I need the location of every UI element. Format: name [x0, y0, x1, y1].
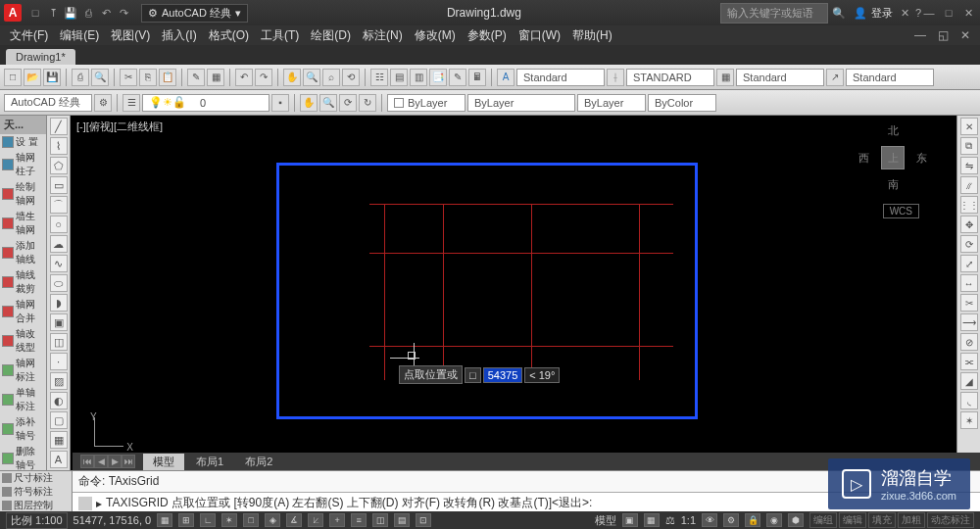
palette-item[interactable]: 添加轴线	[0, 238, 46, 267]
block-button[interactable]: ▦	[207, 69, 224, 86]
layout-tab-1[interactable]: 布局1	[186, 454, 233, 470]
zoomprev-button[interactable]: ⟲	[342, 69, 360, 86]
save-button[interactable]: 💾	[43, 69, 61, 86]
paste-button[interactable]: 📋	[159, 69, 176, 86]
region-tool[interactable]: ▢	[50, 411, 68, 429]
menu-format[interactable]: 格式(O)	[205, 27, 253, 44]
break-tool[interactable]: ⊘	[960, 333, 978, 351]
grid-toggle[interactable]: ⊞	[178, 513, 194, 527]
tablestyle-icon[interactable]: ▦	[716, 69, 734, 86]
layout-tab-model[interactable]: 模型	[143, 454, 184, 470]
move-tool[interactable]: ✥	[960, 216, 978, 233]
new-icon[interactable]: □	[27, 5, 43, 21]
layerprop-button[interactable]: ☰	[122, 94, 140, 112]
layeriso-button[interactable]: ▪	[271, 94, 289, 112]
minimize-icon[interactable]: —	[921, 7, 937, 20]
ssm-button[interactable]: 📑	[429, 69, 447, 86]
tab-last-icon[interactable]: ⏭	[122, 455, 135, 468]
exchange-icon[interactable]: ✕	[901, 7, 909, 20]
pan-button[interactable]: ✋	[283, 69, 301, 86]
open-button[interactable]: 📂	[24, 69, 41, 86]
orbit-button[interactable]: ⟳	[339, 94, 357, 112]
cut-button[interactable]: ✂	[120, 69, 137, 86]
viewcube-east[interactable]: 东	[916, 151, 927, 166]
pline-tool[interactable]: ⌇	[50, 137, 68, 155]
array-tool[interactable]: ⋮⋮	[960, 196, 978, 214]
extend-tool[interactable]: ⟶	[960, 313, 978, 331]
otrack-toggle[interactable]: ∡	[286, 513, 302, 527]
undo-button[interactable]: ↶	[235, 69, 253, 86]
block-tool[interactable]: ◫	[50, 333, 68, 351]
tab-next-icon[interactable]: ▶	[108, 455, 122, 468]
close-icon[interactable]: ✕	[960, 7, 976, 20]
workspace-select[interactable]: AutoCAD 经典	[4, 94, 92, 112]
ducs-toggle[interactable]: ⟀	[308, 513, 323, 527]
new-button[interactable]: □	[4, 69, 22, 86]
revcloud-tool[interactable]: ☁	[50, 235, 68, 253]
menu-insert[interactable]: 插入(I)	[158, 27, 200, 44]
copy-tool[interactable]: ⧉	[960, 137, 978, 155]
layer-select[interactable]: 💡 ☀ 🔓 0	[142, 94, 270, 112]
wcs-badge[interactable]: WCS	[883, 204, 919, 218]
snap-toggle[interactable]: ▦	[157, 513, 172, 527]
plotstyle-select[interactable]: ByColor	[648, 94, 716, 112]
scale-label[interactable]: 比例 1:100	[6, 512, 68, 529]
menu-view[interactable]: 视图(V)	[107, 27, 154, 44]
search-input[interactable]: 输入关键字或短语	[720, 3, 828, 24]
qp-toggle[interactable]: ▤	[394, 513, 410, 527]
rect-tool[interactable]: ▭	[50, 176, 68, 194]
menu-draw[interactable]: 绘图(D)	[307, 27, 355, 44]
status-label[interactable]: 动态标注	[927, 512, 974, 528]
iso-toggle[interactable]: ⬢	[788, 513, 804, 527]
status-label[interactable]: 编辑	[839, 512, 866, 528]
menu-window[interactable]: 窗口(W)	[514, 27, 564, 44]
palette-item[interactable]: 删除轴号	[0, 444, 46, 470]
pan2-button[interactable]: ✋	[300, 94, 318, 112]
3dosnap-toggle[interactable]: ◈	[265, 513, 280, 527]
menu-tools[interactable]: 工具(T)	[257, 27, 303, 44]
zoom2-button[interactable]: 🔍	[319, 94, 337, 112]
circle-tool[interactable]: ○	[50, 216, 68, 233]
chamfer-tool[interactable]: ◢	[960, 372, 978, 390]
plot-button[interactable]: ⎙	[72, 69, 89, 86]
ellipse-tool[interactable]: ⬭	[50, 274, 68, 292]
status-label[interactable]: 填充	[868, 512, 896, 528]
workspace-selector[interactable]: ⚙ AutoCAD 经典 ▾	[141, 4, 248, 23]
file-tab[interactable]: Drawing1*	[6, 49, 75, 65]
doc-restore-icon[interactable]: ◱	[934, 28, 953, 42]
maximize-icon[interactable]: □	[941, 7, 956, 20]
insert-tool[interactable]: ▣	[50, 313, 68, 331]
zoom-button[interactable]: 🔍	[303, 69, 320, 86]
viewcube-top[interactable]: 上	[881, 146, 905, 169]
mleaderstyle-icon[interactable]: ↗	[826, 69, 844, 86]
rotate-tool[interactable]: ⟳	[960, 235, 978, 253]
annovis-toggle[interactable]: 👁	[702, 513, 717, 527]
table-tool[interactable]: ▦	[50, 431, 68, 449]
lineweight-select[interactable]: ByLayer	[577, 94, 646, 112]
scale-tool[interactable]: ⤢	[960, 255, 978, 272]
markup-button[interactable]: ✎	[449, 69, 466, 86]
mtext-tool[interactable]: A	[50, 451, 68, 468]
annoscale-value[interactable]: 1:1	[681, 514, 696, 526]
textstyle-icon[interactable]: A	[497, 69, 514, 86]
lock-toggle[interactable]: 🔒	[745, 513, 760, 527]
menu-edit[interactable]: 编辑(E)	[56, 27, 103, 44]
save-icon[interactable]: 💾	[63, 5, 78, 21]
polar-toggle[interactable]: ✶	[221, 513, 237, 527]
mirror-tool[interactable]: ⇋	[960, 157, 978, 174]
explode-tool[interactable]: ✶	[960, 411, 978, 429]
menu-help[interactable]: 帮助(H)	[568, 27, 616, 44]
line-tool[interactable]: ╱	[50, 118, 68, 135]
model-label[interactable]: 模型	[595, 513, 616, 528]
color-select[interactable]: ByLayer	[387, 94, 466, 112]
lwt-toggle[interactable]: ≡	[351, 513, 367, 527]
annoscale-icon[interactable]: ⚖	[665, 514, 675, 527]
search-icon[interactable]: 🔍	[832, 7, 846, 20]
viewcube[interactable]: 北 南 西 东 上	[858, 123, 927, 192]
dyn-value[interactable]: 54375	[483, 367, 523, 383]
preview-button[interactable]: 🔍	[91, 69, 109, 86]
spline-tool[interactable]: ∿	[50, 255, 68, 272]
redo-button[interactable]: ↷	[255, 69, 272, 86]
tablestyle-select[interactable]: Standard	[736, 69, 824, 86]
drawing-canvas[interactable]: [-][俯视][二维线框] 北 南 西 东 上 WCS 点取位置或 □ 5437…	[71, 116, 956, 470]
